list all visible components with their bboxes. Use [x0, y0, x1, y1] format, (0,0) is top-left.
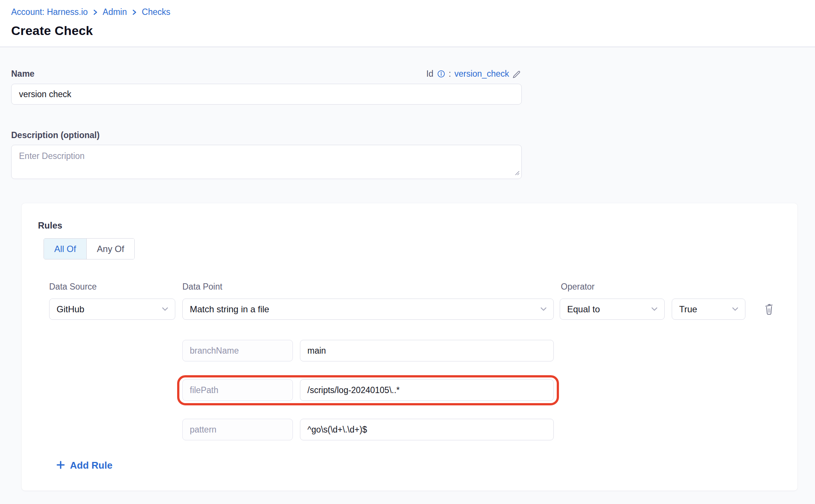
description-textarea[interactable] — [11, 145, 522, 179]
toggle-all-of[interactable]: All Of — [44, 239, 87, 259]
param-row-filepath: filePath — [182, 379, 554, 401]
chevron-right-icon — [132, 9, 137, 16]
rule-column-labels: Data Source Data Point Operator — [49, 281, 798, 292]
add-rule-button[interactable]: Add Rule — [56, 460, 112, 471]
param-row-pattern: pattern — [182, 419, 554, 440]
data-source-value: GitHub — [57, 304, 84, 315]
param-key-filepath: filePath — [182, 379, 293, 401]
name-field-header: Name Id : version_check — [11, 68, 522, 79]
data-point-value: Match string in a file — [190, 304, 269, 315]
chevron-right-icon — [93, 9, 98, 16]
name-label: Name — [11, 68, 35, 79]
operator-value: Equal to — [567, 304, 600, 315]
rules-title: Rules — [38, 203, 798, 231]
rules-card: Rules All Of Any Of Data Source Data Poi… — [22, 203, 798, 491]
toggle-any-of[interactable]: Any Of — [87, 239, 134, 259]
breadcrumb: Account: Harness.io Admin Checks — [11, 7, 815, 17]
id-row: Id : version_check — [426, 69, 522, 79]
breadcrumb-account-link[interactable]: Account: Harness.io — [11, 7, 88, 17]
data-source-label: Data Source — [49, 281, 182, 292]
id-value-link[interactable]: version_check — [454, 69, 509, 79]
resize-corner-icon[interactable] — [514, 170, 520, 177]
operator-bool-select[interactable]: True — [672, 299, 745, 320]
param-row-branchname: branchName — [182, 340, 554, 361]
page-header: Account: Harness.io Admin Checks Create … — [0, 0, 815, 47]
description-field — [11, 145, 522, 179]
param-value-pattern-input[interactable] — [300, 419, 554, 440]
description-label: Description (optional) — [11, 130, 804, 140]
rule-row: GitHub Match string in a file Equal to — [49, 299, 798, 320]
id-label: Id — [426, 69, 433, 79]
chevron-down-icon — [732, 306, 738, 313]
chevron-down-icon — [540, 306, 547, 313]
pencil-icon[interactable] — [512, 69, 522, 79]
param-key-pattern: pattern — [182, 419, 293, 440]
create-check-page: Account: Harness.io Admin Checks Create … — [0, 0, 815, 504]
breadcrumb-admin-link[interactable]: Admin — [103, 7, 127, 17]
chevron-down-icon — [651, 306, 658, 313]
operator-select[interactable]: Equal to — [560, 299, 665, 320]
param-key-branchname: branchName — [182, 340, 293, 361]
operator-label: Operator — [561, 281, 595, 292]
data-point-select[interactable]: Match string in a file — [182, 299, 554, 320]
form-content: Name Id : version_check Description (opt… — [0, 68, 815, 491]
add-rule-label: Add Rule — [70, 460, 112, 471]
param-value-branchname-input[interactable] — [300, 340, 554, 361]
data-point-label: Data Point — [182, 281, 561, 292]
trash-icon — [764, 303, 774, 316]
chevron-down-icon — [162, 306, 168, 313]
plus-icon — [56, 460, 65, 471]
id-separator: : — [449, 69, 451, 79]
page-title: Create Check — [11, 23, 815, 38]
operator-bool-value: True — [679, 304, 697, 315]
name-input[interactable] — [11, 84, 522, 105]
delete-rule-button[interactable] — [764, 303, 774, 316]
data-source-select[interactable]: GitHub — [49, 299, 175, 320]
info-icon[interactable] — [437, 70, 445, 78]
rules-condition-toggle: All Of Any Of — [44, 238, 135, 259]
param-value-filepath-input[interactable] — [300, 379, 554, 401]
breadcrumb-checks-link[interactable]: Checks — [142, 7, 170, 17]
